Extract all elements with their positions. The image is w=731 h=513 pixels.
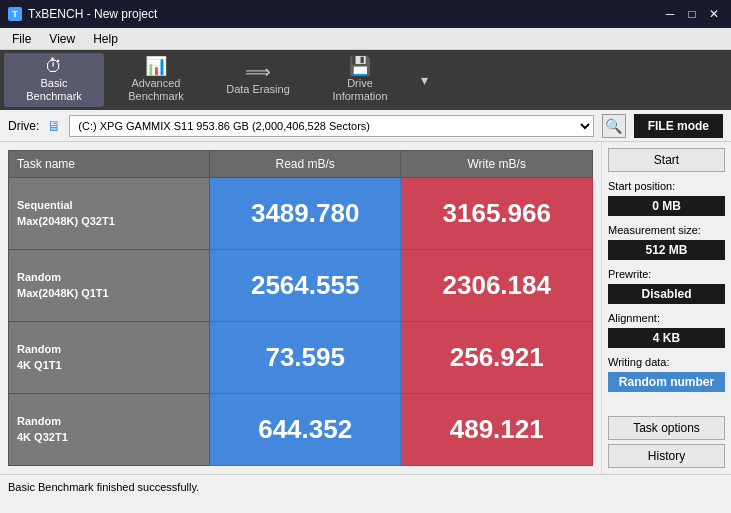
drive-refresh-button[interactable]: 🔍 [602, 114, 626, 138]
measurement-size-value: 512 MB [608, 240, 725, 260]
drive-icon: 💾 [349, 57, 371, 75]
writing-data-value: Random number [608, 372, 725, 392]
status-bar: Basic Benchmark finished successfully. [0, 474, 731, 498]
title-bar-controls[interactable]: ─ □ ✕ [661, 5, 723, 23]
write-random-max: 2306.184 [401, 250, 593, 322]
benchmark-panel: Task name Read mB/s Write mB/s Sequentia… [0, 142, 601, 474]
task-sequential: SequentialMax(2048K) Q32T1 [9, 178, 210, 250]
alignment-value: 4 KB [608, 328, 725, 348]
read-random-4k-q1: 73.595 [209, 322, 401, 394]
basic-benchmark-label: BasicBenchmark [26, 77, 82, 103]
write-value-random-4k-q32: 489.121 [450, 414, 544, 444]
toolbar-data-erasing[interactable]: ⟹ Data Erasing [208, 53, 308, 107]
chart-icon: 📊 [145, 57, 167, 75]
measurement-size-label: Measurement size: [608, 224, 725, 236]
write-random-4k-q32: 489.121 [401, 394, 593, 466]
read-value-random-max: 2564.555 [251, 270, 359, 300]
app-icon: T [8, 7, 22, 21]
title-bar-left: T TxBENCH - New project [8, 7, 157, 21]
prewrite-value: Disabled [608, 284, 725, 304]
drive-information-label: DriveInformation [332, 77, 387, 103]
table-row: RandomMax(2048K) Q1T1 2564.555 2306.184 [9, 250, 593, 322]
drive-bar: Drive: 🖥 (C:) XPG GAMMIX S11 953.86 GB (… [0, 110, 731, 142]
content-area: Task name Read mB/s Write mB/s Sequentia… [0, 142, 731, 474]
col-write: Write mB/s [401, 151, 593, 178]
start-button[interactable]: Start [608, 148, 725, 172]
write-random-4k-q1: 256.921 [401, 322, 593, 394]
task-random-max: RandomMax(2048K) Q1T1 [9, 250, 210, 322]
toolbar-drive-information[interactable]: 💾 DriveInformation [310, 53, 410, 107]
history-button[interactable]: History [608, 444, 725, 468]
menu-view[interactable]: View [41, 30, 83, 48]
menu-file[interactable]: File [4, 30, 39, 48]
title-bar: T TxBENCH - New project ─ □ ✕ [0, 0, 731, 28]
read-value-random-4k-q1: 73.595 [265, 342, 345, 372]
write-value-random-max: 2306.184 [443, 270, 551, 300]
start-position-value: 0 MB [608, 196, 725, 216]
minimize-button[interactable]: ─ [661, 5, 679, 23]
task-random-4k-q32: Random4K Q32T1 [9, 394, 210, 466]
write-sequential: 3165.966 [401, 178, 593, 250]
task-options-button[interactable]: Task options [608, 416, 725, 440]
read-value-sequential: 3489.780 [251, 198, 359, 228]
prewrite-label: Prewrite: [608, 268, 725, 280]
right-panel: Start Start position: 0 MB Measurement s… [601, 142, 731, 474]
col-read: Read mB/s [209, 151, 401, 178]
advanced-benchmark-label: AdvancedBenchmark [128, 77, 184, 103]
close-button[interactable]: ✕ [705, 5, 723, 23]
app-title: TxBENCH - New project [28, 7, 157, 21]
drive-select[interactable]: (C:) XPG GAMMIX S11 953.86 GB (2,000,406… [69, 115, 593, 137]
writing-data-label: Writing data: [608, 356, 725, 368]
read-random-max: 2564.555 [209, 250, 401, 322]
read-sequential: 3489.780 [209, 178, 401, 250]
toolbar-dropdown-button[interactable]: ▾ [412, 53, 436, 107]
read-value-random-4k-q32: 644.352 [258, 414, 352, 444]
drive-icon-inline: 🖥 [47, 118, 61, 134]
col-task-name: Task name [9, 151, 210, 178]
status-message: Basic Benchmark finished successfully. [8, 481, 199, 493]
toolbar-basic-benchmark[interactable]: ⏱ BasicBenchmark [4, 53, 104, 107]
table-row: Random4K Q32T1 644.352 489.121 [9, 394, 593, 466]
toolbar-advanced-benchmark[interactable]: 📊 AdvancedBenchmark [106, 53, 206, 107]
erase-icon: ⟹ [245, 63, 271, 81]
drive-label: Drive: [8, 119, 39, 133]
menu-bar: File View Help [0, 28, 731, 50]
write-value-random-4k-q1: 256.921 [450, 342, 544, 372]
clock-icon: ⏱ [45, 57, 63, 75]
read-random-4k-q32: 644.352 [209, 394, 401, 466]
alignment-label: Alignment: [608, 312, 725, 324]
benchmark-table: Task name Read mB/s Write mB/s Sequentia… [8, 150, 593, 466]
toolbar: ⏱ BasicBenchmark 📊 AdvancedBenchmark ⟹ D… [0, 50, 731, 110]
menu-help[interactable]: Help [85, 30, 126, 48]
task-random-4k-q1: Random4K Q1T1 [9, 322, 210, 394]
start-position-label: Start position: [608, 180, 725, 192]
file-mode-button[interactable]: FILE mode [634, 114, 723, 138]
table-row: SequentialMax(2048K) Q32T1 3489.780 3165… [9, 178, 593, 250]
table-row: Random4K Q1T1 73.595 256.921 [9, 322, 593, 394]
maximize-button[interactable]: □ [683, 5, 701, 23]
write-value-sequential: 3165.966 [443, 198, 551, 228]
data-erasing-label: Data Erasing [226, 83, 290, 96]
